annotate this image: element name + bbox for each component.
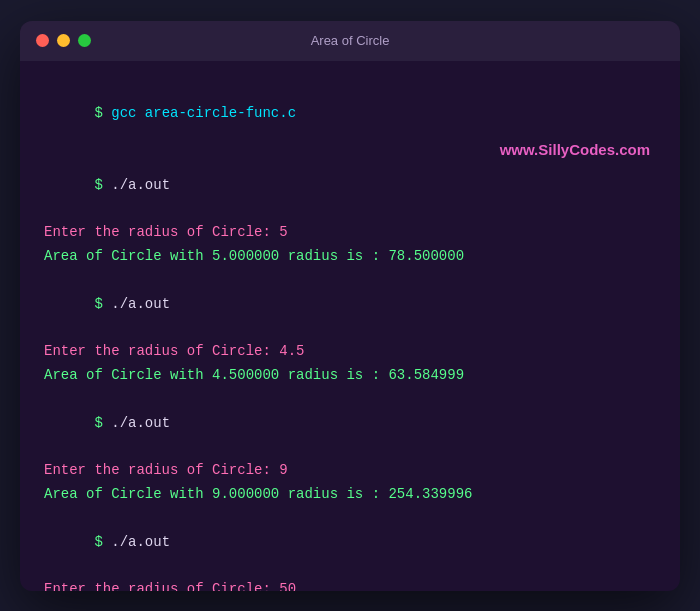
command-text: ./a.out <box>111 177 170 193</box>
watermark: www.SillyCodes.com <box>500 141 650 158</box>
title-bar: Area of Circle <box>20 21 680 61</box>
terminal-line: $ gcc area-circle-func.c <box>44 79 656 150</box>
prompt: $ <box>94 415 111 431</box>
terminal-line: Area of Circle with 4.500000 radius is :… <box>44 364 656 388</box>
prompt: $ <box>94 296 111 312</box>
prompt: $ <box>94 534 111 550</box>
window-title: Area of Circle <box>311 33 390 48</box>
maximize-button[interactable] <box>78 34 91 47</box>
traffic-lights <box>36 34 91 47</box>
terminal-line: $ ./a.out <box>44 150 656 221</box>
close-button[interactable] <box>36 34 49 47</box>
terminal-window: Area of Circle www.SillyCodes.com $ gcc … <box>20 21 680 591</box>
terminal-body[interactable]: www.SillyCodes.com $ gcc area-circle-fun… <box>20 61 680 591</box>
command-text: ./a.out <box>111 415 170 431</box>
command-text: ./a.out <box>111 534 170 550</box>
command-text: ./a.out <box>111 296 170 312</box>
terminal-line: Enter the radius of Circle: 9 <box>44 459 656 483</box>
prompt: $ <box>94 105 111 121</box>
terminal-line: Enter the radius of Circle: 5 <box>44 221 656 245</box>
minimize-button[interactable] <box>57 34 70 47</box>
terminal-line: Area of Circle with 5.000000 radius is :… <box>44 245 656 269</box>
terminal-line: $ ./a.out <box>44 269 656 340</box>
terminal-line: $ ./a.out <box>44 507 656 578</box>
terminal-line: Enter the radius of Circle: 50 <box>44 578 656 590</box>
prompt: $ <box>94 177 111 193</box>
terminal-line: Area of Circle with 9.000000 radius is :… <box>44 483 656 507</box>
terminal-line: $ ./a.out <box>44 388 656 459</box>
terminal-line: Enter the radius of Circle: 4.5 <box>44 340 656 364</box>
command-text: gcc area-circle-func.c <box>111 105 296 121</box>
